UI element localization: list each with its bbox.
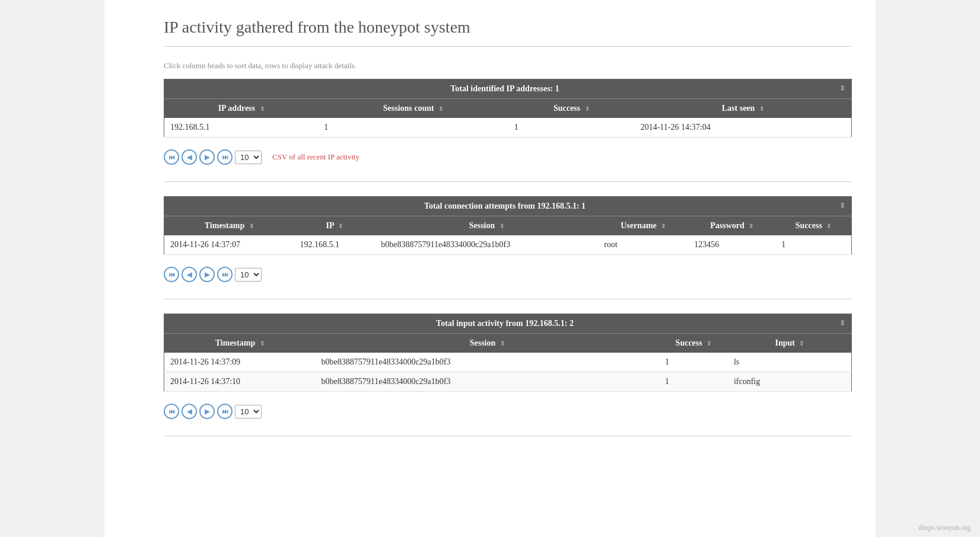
pagination-2: ⏮ ◀ ▶ ⏭ 10 25 50	[164, 267, 852, 282]
ip-addresses-table-wrapper: Total identified IP addresses: 1 ⇕ IP ad…	[164, 79, 852, 138]
hint-text: Click column heads to sort data, rows to…	[164, 61, 852, 71]
table3-col-session[interactable]: Session ⇕	[315, 334, 659, 353]
connection-attempts-table: Total connection attempts from 192.168.5…	[164, 196, 852, 255]
table1-col-header: IP address ⇕ Sessions count ⇕ Success ⇕ …	[164, 99, 852, 119]
table3-col-success[interactable]: Success ⇕	[659, 334, 728, 353]
pag3-last-btn[interactable]: ⏭	[217, 404, 233, 419]
pag1-next-btn[interactable]: ▶	[199, 149, 215, 165]
pag2-last-btn[interactable]: ⏭	[217, 267, 233, 282]
table3-sort-arrows[interactable]: ⇕	[839, 319, 845, 328]
pag3-prev-btn[interactable]: ◀	[182, 404, 197, 419]
watermark: drops.wooyun.org	[919, 523, 971, 532]
table1-col-ip[interactable]: IP address ⇕	[164, 99, 319, 119]
section3-divider	[164, 299, 852, 299]
pag1-last-btn[interactable]: ⏭	[217, 149, 233, 165]
table2-col-success[interactable]: Success ⇕	[775, 216, 851, 236]
table3-col-input[interactable]: Input ⇕	[728, 334, 852, 353]
table-row[interactable]: 2014-11-26 14:37:09b0be8388757911e483340…	[164, 353, 852, 372]
pagination-1: ⏮ ◀ ▶ ⏭ 10 25 50 CSV of all recent IP ac…	[164, 149, 852, 165]
table1-title-row: Total identified IP addresses: 1 ⇕	[164, 79, 852, 99]
input-activity-table-wrapper: Total input activity from 192.168.5.1: 2…	[164, 314, 852, 392]
csv-link[interactable]: CSV of all recent IP activity	[272, 152, 359, 162]
table2-sort-arrows[interactable]: ⇕	[839, 202, 845, 210]
table2-col-session[interactable]: Session ⇕	[375, 216, 598, 236]
pag1-first-btn[interactable]: ⏮	[164, 149, 179, 165]
table3-body: 2014-11-26 14:37:09b0be8388757911e483340…	[164, 353, 852, 392]
table1-col-sessions[interactable]: Sessions count ⇕	[318, 99, 508, 119]
pag3-perpage-select[interactable]: 10 25 50	[235, 405, 262, 418]
table1-col-success[interactable]: Success ⇕	[508, 99, 635, 119]
pag1-perpage-select[interactable]: 10 25 50	[235, 151, 262, 164]
table2-body: 2014-11-26 14:37:07192.168.5.1b0be838875…	[164, 235, 852, 255]
table2-col-username[interactable]: Username ⇕	[598, 216, 688, 236]
table-row[interactable]: 2014-11-26 14:37:07192.168.5.1b0be838875…	[164, 235, 852, 255]
table2-col-timestamp[interactable]: Timestamp ⇕	[164, 216, 294, 236]
table3-col-timestamp[interactable]: Timestamp ⇕	[164, 334, 316, 353]
connection-attempts-table-wrapper: Total connection attempts from 192.168.5…	[164, 196, 852, 255]
pagination-3: ⏮ ◀ ▶ ⏭ 10 25 50	[164, 404, 852, 419]
table-row[interactable]: 192.168.5.1112014-11-26 14:37:04	[164, 118, 852, 138]
pag2-next-btn[interactable]: ▶	[199, 267, 215, 282]
table2-col-password[interactable]: Password ⇕	[688, 216, 775, 236]
bottom-divider	[164, 436, 852, 436]
page-title: IP activity gathered from the honeypot s…	[164, 18, 852, 37]
table3-title-row: Total input activity from 192.168.5.1: 2…	[164, 314, 852, 334]
pag2-perpage-select[interactable]: 10 25 50	[235, 268, 262, 282]
table1-title: Total identified IP addresses: 1 ⇕	[164, 79, 852, 99]
table2-col-ip[interactable]: IP ⇕	[294, 216, 376, 236]
table1-sort-arrows[interactable]: ⇕	[839, 84, 845, 93]
table3-col-header: Timestamp ⇕ Session ⇕ Success ⇕ Input ⇕	[164, 334, 852, 353]
pag1-prev-btn[interactable]: ◀	[182, 149, 197, 165]
table1-body: 192.168.5.1112014-11-26 14:37:04	[164, 118, 852, 138]
ip-addresses-table: Total identified IP addresses: 1 ⇕ IP ad…	[164, 79, 852, 138]
pag2-prev-btn[interactable]: ◀	[182, 267, 197, 282]
table1-col-lastseen[interactable]: Last seen ⇕	[635, 99, 852, 119]
pag3-next-btn[interactable]: ▶	[199, 404, 215, 419]
table2-title: Total connection attempts from 192.168.5…	[164, 197, 852, 216]
section2-divider	[164, 181, 852, 182]
table-row[interactable]: 2014-11-26 14:37:10b0be8388757911e483340…	[164, 372, 852, 392]
pag2-first-btn[interactable]: ⏮	[164, 267, 179, 282]
input-activity-table: Total input activity from 192.168.5.1: 2…	[164, 314, 852, 392]
pag3-first-btn[interactable]: ⏮	[164, 404, 179, 419]
table2-title-row: Total connection attempts from 192.168.5…	[164, 197, 852, 216]
title-divider	[164, 46, 852, 47]
table3-title: Total input activity from 192.168.5.1: 2…	[164, 314, 852, 334]
table2-col-header: Timestamp ⇕ IP ⇕ Session ⇕ Username ⇕	[164, 216, 852, 236]
